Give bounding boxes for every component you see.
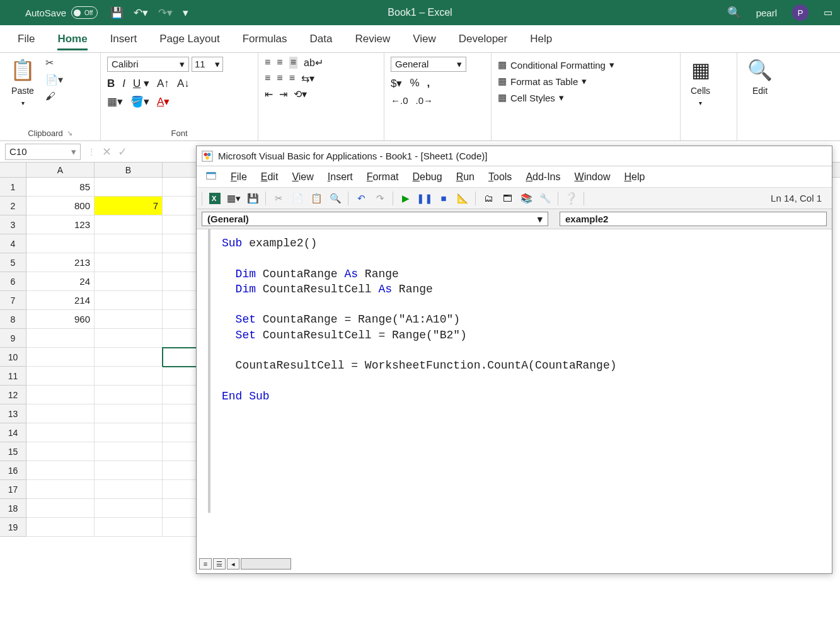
row-head[interactable]: 16 <box>0 461 26 480</box>
tab-help[interactable]: Help <box>530 28 552 50</box>
avatar[interactable]: P <box>792 4 808 21</box>
insert-module-icon[interactable]: ▦▾ <box>227 192 240 205</box>
cell[interactable] <box>163 234 200 253</box>
decrease-decimal-icon[interactable]: .0→ <box>416 95 434 106</box>
row-head[interactable]: 5 <box>0 253 26 272</box>
cell[interactable] <box>163 348 200 367</box>
tab-page-layout[interactable]: Page Layout <box>159 28 219 50</box>
toolbox-icon[interactable]: 🔧 <box>539 192 551 205</box>
cell[interactable] <box>26 423 95 442</box>
tab-insert[interactable]: Insert <box>110 28 137 50</box>
cell[interactable] <box>95 329 163 348</box>
align-top-icon[interactable]: ≡ <box>265 57 270 69</box>
cell[interactable] <box>95 253 163 272</box>
vba-menu-tools[interactable]: Tools <box>488 171 512 183</box>
row-head[interactable]: 7 <box>0 291 26 310</box>
cell[interactable] <box>163 386 200 404</box>
tab-home[interactable]: Home <box>57 28 87 50</box>
cell[interactable] <box>26 518 95 537</box>
enter-icon[interactable]: ✓ <box>118 145 127 159</box>
reset-icon[interactable]: ■ <box>437 192 450 205</box>
save-icon[interactable]: 💾 <box>246 192 259 205</box>
launcher-icon[interactable]: ↘ <box>67 129 72 137</box>
cell-styles-button[interactable]: ▦ Cell Styles ▾ <box>498 91 564 105</box>
cell[interactable] <box>95 367 163 386</box>
row-head[interactable]: 3 <box>0 215 26 234</box>
cell[interactable]: 214 <box>26 291 95 310</box>
percent-icon[interactable]: % <box>410 77 419 90</box>
project-explorer-icon[interactable]: 🗂 <box>482 192 495 205</box>
increase-indent-icon[interactable]: ⇥ <box>279 88 287 100</box>
undo-icon[interactable]: ↶▾ <box>134 6 148 20</box>
vba-menu-run[interactable]: Run <box>456 171 475 183</box>
vba-titlebar[interactable]: Microsoft Visual Basic for Applications … <box>197 146 832 166</box>
cell[interactable] <box>26 234 95 253</box>
currency-icon[interactable]: $▾ <box>391 77 402 90</box>
cell[interactable] <box>26 499 95 518</box>
undo-icon[interactable]: ↶ <box>355 192 367 205</box>
vba-menu-view[interactable]: View <box>292 171 313 183</box>
tab-formulas[interactable]: Formulas <box>243 28 287 50</box>
row-head[interactable]: 18 <box>0 499 26 518</box>
cell[interactable] <box>95 442 163 461</box>
row-head[interactable]: 6 <box>0 272 26 291</box>
format-as-table-button[interactable]: ▦ Format as Table ▾ <box>498 74 587 88</box>
font-name-select[interactable]: Calibri▾ <box>107 57 189 72</box>
cell[interactable] <box>26 480 95 499</box>
cell[interactable] <box>26 386 95 404</box>
vba-menu-edit[interactable]: Edit <box>261 171 279 183</box>
align-left-icon[interactable]: ≡ <box>265 72 270 84</box>
row-head[interactable]: 14 <box>0 423 26 442</box>
cell[interactable]: 24 <box>26 272 95 291</box>
number-format-select[interactable]: General▾ <box>391 57 466 72</box>
cell[interactable]: 213 <box>26 253 95 272</box>
cell[interactable]: 85 <box>26 178 95 197</box>
cell[interactable] <box>163 499 200 518</box>
row-head[interactable]: 12 <box>0 386 26 404</box>
object-browser-icon[interactable]: 📚 <box>520 192 532 205</box>
cell[interactable] <box>163 518 200 537</box>
toggle-switch[interactable]: Off <box>71 6 98 19</box>
cell[interactable] <box>163 215 200 234</box>
font-color-icon[interactable]: A▾ <box>157 95 170 108</box>
break-icon[interactable]: ❚❚ <box>418 192 431 205</box>
conditional-formatting-button[interactable]: ▦ Conditional Formatting ▾ <box>498 58 614 72</box>
cell[interactable] <box>95 518 163 537</box>
borders-icon[interactable]: ▦▾ <box>107 95 123 108</box>
align-center-icon[interactable]: ≡ <box>277 72 282 84</box>
cell[interactable] <box>163 178 200 197</box>
row-head[interactable]: 8 <box>0 310 26 329</box>
cell[interactable] <box>26 404 95 423</box>
vba-menu-format[interactable]: Format <box>367 171 399 183</box>
procedure-view-icon[interactable]: ≡ <box>199 558 212 570</box>
run-icon[interactable]: ▶ <box>400 192 412 205</box>
row-head[interactable]: 9 <box>0 329 26 348</box>
cell[interactable] <box>95 480 163 499</box>
cell[interactable] <box>163 480 200 499</box>
cell[interactable]: 800 <box>26 197 95 215</box>
align-right-icon[interactable]: ≡ <box>289 72 295 84</box>
view-excel-icon[interactable]: X <box>209 192 221 205</box>
procedure-combo[interactable]: example2 <box>560 212 827 226</box>
italic-button[interactable]: I <box>122 77 125 90</box>
underline-button[interactable]: U ▾ <box>133 77 149 90</box>
autosave-toggle[interactable]: AutoSave Off <box>25 6 98 19</box>
cut-icon[interactable]: ✂ <box>272 192 285 205</box>
cell[interactable] <box>163 329 200 348</box>
cell[interactable] <box>95 461 163 480</box>
cell[interactable] <box>26 442 95 461</box>
vba-menu-help[interactable]: Help <box>624 171 645 183</box>
vba-module-icon[interactable] <box>205 170 217 184</box>
cell[interactable] <box>95 310 163 329</box>
cell[interactable] <box>163 404 200 423</box>
tab-developer[interactable]: Developer <box>459 28 508 50</box>
cell[interactable] <box>163 291 200 310</box>
align-middle-icon[interactable]: ≡ <box>277 57 282 69</box>
cell[interactable] <box>26 461 95 480</box>
vba-menu-insert[interactable]: Insert <box>328 171 353 183</box>
wrap-text-icon[interactable]: ab↵ <box>304 57 323 69</box>
cell[interactable] <box>163 367 200 386</box>
bold-button[interactable]: B <box>107 77 115 90</box>
cell[interactable] <box>95 499 163 518</box>
col-head-B[interactable]: B <box>95 163 163 177</box>
